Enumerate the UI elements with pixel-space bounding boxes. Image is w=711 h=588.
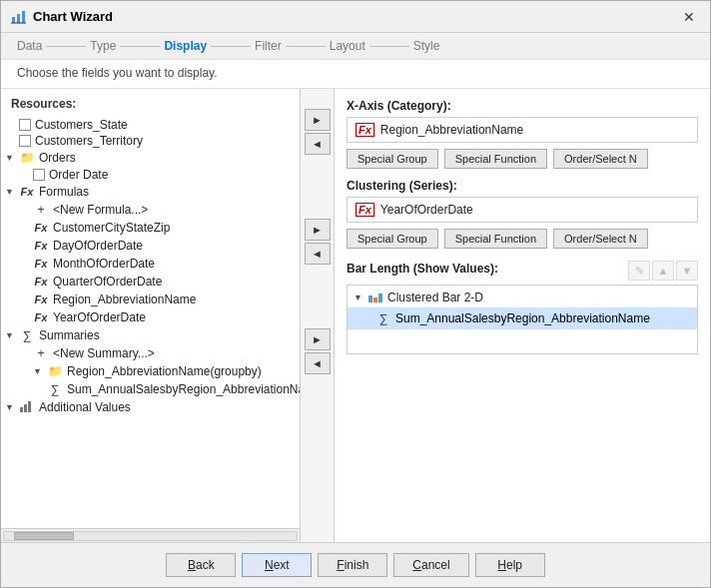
cancel-button[interactable]: Cancel [393,553,468,577]
tree-node-additional-values[interactable]: ▼ Additional Values [1,398,300,416]
clustering-field-box: Fx YearOfOrderDate [347,197,698,223]
svg-rect-8 [373,297,377,302]
close-button[interactable]: ✕ [678,6,700,28]
sigma-icon-summaries: ∑ [19,327,35,343]
window-title: Chart Wizard [33,9,113,24]
help-button[interactable]: Help [475,553,545,577]
svg-rect-0 [12,17,15,23]
tree-node-summaries[interactable]: ▼ ∑ Summaries [1,326,300,344]
tree-node-sum-annual[interactable]: ∑ Sum_AnnualSalesbyRegion_AbbreviationNa… [1,380,300,398]
tree-node-quarteroforder[interactable]: Fx QuarterOfOrderDate [1,273,300,291]
nav-step-filter[interactable]: Filter [255,39,282,53]
bar-chart-icon [367,290,383,305]
svg-rect-1 [17,14,20,23]
xaxis-order-select-btn[interactable]: Order/Select N [553,149,648,169]
sigma-icon-bar-child: ∑ [375,310,391,326]
tree-node-new-summary[interactable]: + <New Summary...> [1,344,300,362]
horizontal-scrollbar[interactable] [1,528,300,542]
next-label-rest: ext [274,558,290,572]
tree-node-customers-territory[interactable]: Customers_Territory [1,133,300,149]
back-underline: B [188,558,196,572]
arrow-section-2: ► ◄ [305,219,331,265]
resources-label: Resources: [1,89,300,115]
arrow-right-1[interactable]: ► [305,109,331,131]
tree-node-monthoforder[interactable]: Fx MonthOfOrderDate [1,255,300,273]
clustering-btn-row: Special Group Special Function Order/Sel… [347,229,698,249]
folder-icon-region-groupby: 📁 [47,363,63,379]
finish-button[interactable]: Finish [318,553,387,577]
bar-down-btn[interactable]: ▼ [676,261,698,281]
tree-node-formulas[interactable]: ▼ Fx Formulas [1,183,300,201]
nav-step-display[interactable]: Display [164,39,207,53]
wizard-nav: Data Type Display Filter Layout Style [1,33,710,60]
tree-node-region-abbr[interactable]: Fx Region_AbbreviationName [1,291,300,308]
bar-up-btn[interactable]: ▲ [652,261,674,281]
tree-node-customers-state[interactable]: Customers_State [1,117,300,133]
nav-step-data[interactable]: Data [17,39,42,53]
cancel-underline: C [412,558,421,572]
nav-step-style[interactable]: Style [413,39,440,53]
tree-node-orders[interactable]: ▼ 📁 Orders [1,149,300,167]
footer-bar: Back Next Finish Cancel Help [1,542,710,587]
arrow-section-3: ► ◄ [305,328,331,374]
left-panel: Resources: Customers_State Customers_Ter… [1,89,301,542]
checkbox-customers-state[interactable] [19,119,31,131]
next-button[interactable]: Next [242,553,312,577]
arrow-left-2[interactable]: ◄ [305,243,331,265]
arrow-left-1[interactable]: ◄ [305,133,331,155]
plus-icon-summary: + [33,345,49,361]
caret-summaries: ▼ [5,330,17,340]
subtitle: Choose the fields you want to display. [1,60,710,89]
xaxis-field-value: Region_AbbreviationName [380,123,523,137]
caret-formulas: ▼ [5,187,17,197]
clustering-special-function-btn[interactable]: Special Function [444,229,547,249]
bar-tree-root: ▼ Clustered Bar 2-D [348,288,697,307]
chart-icon-additional [19,399,35,415]
xaxis-label: X-Axis (Category): [347,99,698,113]
tree-node-order-date[interactable]: Order Date [1,167,300,183]
arrow-left-3[interactable]: ◄ [305,352,331,374]
plus-icon-formula: + [33,202,49,218]
next-underline: N [265,558,274,572]
tree-node-region-groupby[interactable]: ▼ 📁 Region_AbbreviationName(groupby) [1,362,300,380]
resource-tree[interactable]: Customers_State Customers_Territory ▼ 📁 … [1,115,300,528]
bar-edit-btn[interactable]: ✎ [628,261,650,281]
hscroll-thumb[interactable] [14,532,74,540]
tree-node-new-formula[interactable]: + <New Formula...> [1,201,300,219]
xaxis-special-group-btn[interactable]: Special Group [347,149,438,169]
fx-icon-monthoforder: Fx [33,256,49,272]
back-label-rest: ack [196,558,215,572]
arrow-section-1: ► ◄ [305,109,331,155]
back-button[interactable]: Back [166,553,236,577]
caret-orders: ▼ [5,153,17,163]
tree-node-customercity[interactable]: Fx CustomerCityStateZip [1,219,300,237]
bar-tree: ▼ Clustered Bar 2-D ∑ Sum_AnnualSal [347,285,698,354]
caret-additional: ▼ [5,402,17,412]
arrow-right-2[interactable]: ► [305,219,331,241]
sigma-icon-sum: ∑ [47,381,63,397]
checkbox-order-date[interactable] [33,169,45,181]
chart-wizard-icon [11,9,27,25]
help-underline: H [497,558,506,572]
help-label-rest: elp [506,558,522,572]
clustering-special-group-btn[interactable]: Special Group [347,229,438,249]
xaxis-special-function-btn[interactable]: Special Function [444,149,547,169]
fx-icon-yearoforder: Fx [33,309,49,325]
title-bar: Chart Wizard ✕ [1,1,710,33]
bar-tree-child[interactable]: ∑ Sum_AnnualSalesbyRegion_AbbreviationNa… [348,307,697,329]
bar-icons: ✎ ▲ ▼ [628,261,698,281]
bar-tree-caret: ▼ [354,293,365,302]
arrow-right-3[interactable]: ► [305,328,331,350]
hscroll-track[interactable] [3,531,298,541]
tree-node-dayoforder[interactable]: Fx DayOfOrderDate [1,237,300,255]
caret-region-groupby: ▼ [33,366,45,376]
nav-step-layout[interactable]: Layout [330,39,365,53]
finish-underline: F [337,558,344,572]
tree-node-yearoforder[interactable]: Fx YearOfOrderDate [1,308,300,326]
checkbox-customers-territory[interactable] [19,135,31,147]
folder-icon-orders: 📁 [19,150,35,166]
clustering-order-select-btn[interactable]: Order/Select N [553,229,648,249]
bar-tree-root-label: Clustered Bar 2-D [387,291,483,304]
bar-tree-child-label: Sum_AnnualSalesbyRegion_AbbreviationName [395,311,650,325]
nav-step-type[interactable]: Type [90,39,116,53]
